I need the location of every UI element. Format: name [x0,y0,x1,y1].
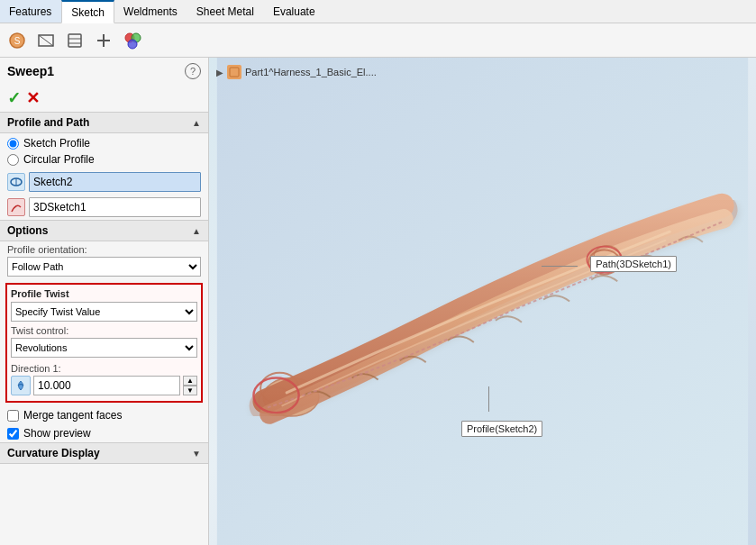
profile-annotation-line [488,386,489,412]
profile-orientation-row: Profile orientation: Follow Path Keep No… [0,241,208,279]
svg-rect-14 [230,68,239,77]
path-annotation: Path(3DSketch1) [590,256,677,272]
circular-profile-radio[interactable]: Circular Profile [7,153,201,166]
show-preview-checkbox[interactable] [7,428,19,440]
merge-tangent-checkbox[interactable] [7,410,19,422]
curvature-arrow: ▼ [192,449,201,459]
sketch2-row: Sketch2 [0,169,208,195]
direction1-down-btn[interactable]: ▼ [183,386,197,395]
viewport[interactable]: ▶ Part1^Harness_1_Basic_El.... [209,58,756,545]
profile-orientation-select[interactable]: Follow Path Keep Normal Constant Twist A… [7,257,201,277]
curvature-section-header[interactable]: Curvature Display ▼ [0,442,208,464]
direction1-row: Direction 1: ▲ ▼ [11,361,197,397]
sketch-tool-btn-1[interactable]: S [4,27,31,54]
svg-line-3 [39,35,53,46]
menu-bar: Features Sketch Weldments Sheet Metal Ev… [0,0,756,23]
profile-twist-section: Profile Twist Specify Twist Value None T… [5,283,203,403]
tree-expand-arrow[interactable]: ▶ [216,68,223,77]
twist-control-select[interactable]: Revolutions Degrees Radians [11,338,197,358]
merge-tangent-row[interactable]: Merge tangent faces [0,406,208,424]
svg-text:S: S [14,36,21,46]
cancel-button[interactable]: ✕ [26,88,40,108]
sketch3d-field[interactable]: 3DSketch1 [29,197,201,217]
menu-evaluate[interactable]: Evaluate [264,0,325,23]
sketch-tool-btn-3[interactable] [61,27,88,54]
menu-sketch[interactable]: Sketch [61,0,114,23]
profile-path-section-header[interactable]: Profile and Path ▲ [0,112,208,133]
svg-rect-4 [68,34,81,47]
svg-point-11 [128,40,137,49]
path-annotation-line [542,266,578,267]
sketch-profile-radio-input[interactable] [7,138,19,150]
left-panel: Sweep1 ? ✓ ✕ Profile and Path ▲ Sketch P… [0,58,209,545]
direction1-icon-btn[interactable] [11,376,31,395]
sketch-tool-btn-5[interactable] [119,27,146,54]
profile-type-radio-group: Sketch Profile Circular Profile [0,133,208,169]
direction1-input-wrap: ▲ ▼ [11,376,197,395]
profile-annotation: Profile(Sketch2) [461,421,542,437]
toolbar: S [0,23,756,58]
sketch2-field[interactable]: Sketch2 [29,172,201,192]
curvature-title: Curvature Display [7,447,192,459]
direction1-spinner: ▲ ▼ [183,376,197,395]
sketch-profile-label: Sketch Profile [23,137,90,150]
menu-features[interactable]: Features [0,0,61,23]
options-section-header[interactable]: Options ▲ [0,220,208,241]
menu-weldments[interactable]: Weldments [114,0,187,23]
tree-part-icon [227,65,241,79]
ok-cancel-row: ✓ ✕ [0,85,208,112]
twist-type-select[interactable]: Specify Twist Value None [11,302,197,322]
profile-path-title: Profile and Path [7,116,192,129]
sketch-profile-radio[interactable]: Sketch Profile [7,137,201,150]
options-arrow: ▲ [192,226,201,236]
panel-title: Sweep1 [7,64,185,78]
sketch3d-icon [7,198,25,216]
circular-profile-label: Circular Profile [23,153,95,166]
options-title: Options [7,224,192,237]
profile-orientation-label: Profile orientation: [7,244,201,255]
ok-button[interactable]: ✓ [7,88,21,108]
main-content: Sweep1 ? ✓ ✕ Profile and Path ▲ Sketch P… [0,58,756,545]
sketch3d-row: 3DSketch1 [0,195,208,220]
direction1-up-btn[interactable]: ▲ [183,376,197,386]
sketch-tool-btn-4[interactable] [90,27,117,54]
show-preview-row[interactable]: Show preview [0,424,208,442]
direction1-label: Direction 1: [11,363,197,374]
direction1-input[interactable] [33,376,180,395]
sketch-tool-btn-2[interactable] [32,27,59,54]
tree-header: ▶ Part1^Harness_1_Basic_El.... [216,65,377,79]
sketch2-icon [7,173,25,191]
menu-sheet-metal[interactable]: Sheet Metal [187,0,264,23]
model-svg [209,58,756,545]
show-preview-label: Show preview [23,427,91,440]
profile-path-arrow: ▲ [192,118,201,128]
circular-profile-radio-input[interactable] [7,154,19,166]
panel-header: Sweep1 ? [0,58,208,85]
profile-twist-label: Profile Twist [11,288,197,299]
help-button[interactable]: ? [185,63,201,79]
twist-control-label: Twist control: [11,325,197,336]
merge-tangent-label: Merge tangent faces [23,409,122,422]
tree-part-name: Part1^Harness_1_Basic_El.... [245,67,377,77]
